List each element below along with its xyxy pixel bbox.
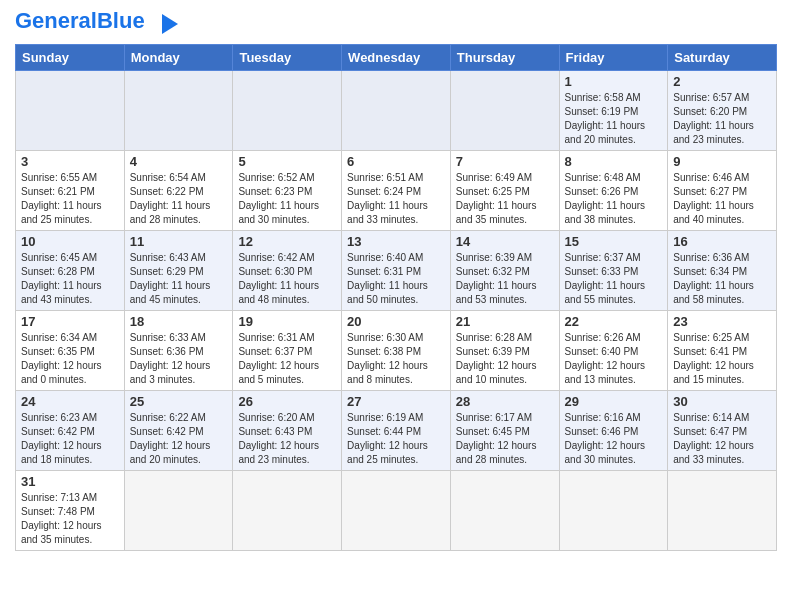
week-row-1: 3Sunrise: 6:55 AMSunset: 6:21 PMDaylight… [16,151,777,231]
day-cell: 2Sunrise: 6:57 AMSunset: 6:20 PMDaylight… [668,71,777,151]
day-number: 14 [456,234,554,249]
day-number: 10 [21,234,119,249]
day-cell: 12Sunrise: 6:42 AMSunset: 6:30 PMDayligh… [233,231,342,311]
day-number: 21 [456,314,554,329]
weekday-monday: Monday [124,45,233,71]
week-row-3: 17Sunrise: 6:34 AMSunset: 6:35 PMDayligh… [16,311,777,391]
day-info: Sunrise: 6:46 AMSunset: 6:27 PMDaylight:… [673,171,771,227]
day-cell [233,71,342,151]
day-info: Sunrise: 6:34 AMSunset: 6:35 PMDaylight:… [21,331,119,387]
week-row-4: 24Sunrise: 6:23 AMSunset: 6:42 PMDayligh… [16,391,777,471]
day-info: Sunrise: 7:13 AMSunset: 7:48 PMDaylight:… [21,491,119,547]
day-number: 22 [565,314,663,329]
weekday-saturday: Saturday [668,45,777,71]
day-cell: 20Sunrise: 6:30 AMSunset: 6:38 PMDayligh… [342,311,451,391]
day-number: 12 [238,234,336,249]
day-cell: 22Sunrise: 6:26 AMSunset: 6:40 PMDayligh… [559,311,668,391]
day-info: Sunrise: 6:52 AMSunset: 6:23 PMDaylight:… [238,171,336,227]
day-info: Sunrise: 6:17 AMSunset: 6:45 PMDaylight:… [456,411,554,467]
day-cell: 28Sunrise: 6:17 AMSunset: 6:45 PMDayligh… [450,391,559,471]
day-number: 29 [565,394,663,409]
day-number: 9 [673,154,771,169]
day-number: 31 [21,474,119,489]
day-info: Sunrise: 6:40 AMSunset: 6:31 PMDaylight:… [347,251,445,307]
logo-icon [154,10,182,38]
day-info: Sunrise: 6:54 AMSunset: 6:22 PMDaylight:… [130,171,228,227]
weekday-sunday: Sunday [16,45,125,71]
day-info: Sunrise: 6:16 AMSunset: 6:46 PMDaylight:… [565,411,663,467]
day-info: Sunrise: 6:14 AMSunset: 6:47 PMDaylight:… [673,411,771,467]
day-number: 20 [347,314,445,329]
day-info: Sunrise: 6:23 AMSunset: 6:42 PMDaylight:… [21,411,119,467]
day-info: Sunrise: 6:20 AMSunset: 6:43 PMDaylight:… [238,411,336,467]
weekday-thursday: Thursday [450,45,559,71]
day-cell: 26Sunrise: 6:20 AMSunset: 6:43 PMDayligh… [233,391,342,471]
day-cell: 1Sunrise: 6:58 AMSunset: 6:19 PMDaylight… [559,71,668,151]
day-info: Sunrise: 6:22 AMSunset: 6:42 PMDaylight:… [130,411,228,467]
svg-marker-0 [162,14,178,34]
day-info: Sunrise: 6:43 AMSunset: 6:29 PMDaylight:… [130,251,228,307]
calendar-table: SundayMondayTuesdayWednesdayThursdayFrid… [15,44,777,551]
day-cell: 21Sunrise: 6:28 AMSunset: 6:39 PMDayligh… [450,311,559,391]
day-cell [450,71,559,151]
day-info: Sunrise: 6:31 AMSunset: 6:37 PMDaylight:… [238,331,336,387]
day-number: 15 [565,234,663,249]
day-cell [16,71,125,151]
day-cell [450,471,559,551]
day-cell: 30Sunrise: 6:14 AMSunset: 6:47 PMDayligh… [668,391,777,471]
day-info: Sunrise: 6:30 AMSunset: 6:38 PMDaylight:… [347,331,445,387]
day-number: 6 [347,154,445,169]
week-row-5: 31Sunrise: 7:13 AMSunset: 7:48 PMDayligh… [16,471,777,551]
day-number: 3 [21,154,119,169]
day-cell: 10Sunrise: 6:45 AMSunset: 6:28 PMDayligh… [16,231,125,311]
day-info: Sunrise: 6:19 AMSunset: 6:44 PMDaylight:… [347,411,445,467]
day-number: 11 [130,234,228,249]
day-info: Sunrise: 6:55 AMSunset: 6:21 PMDaylight:… [21,171,119,227]
day-cell: 25Sunrise: 6:22 AMSunset: 6:42 PMDayligh… [124,391,233,471]
day-info: Sunrise: 6:49 AMSunset: 6:25 PMDaylight:… [456,171,554,227]
day-info: Sunrise: 6:57 AMSunset: 6:20 PMDaylight:… [673,91,771,147]
day-info: Sunrise: 6:58 AMSunset: 6:19 PMDaylight:… [565,91,663,147]
day-number: 4 [130,154,228,169]
day-cell: 9Sunrise: 6:46 AMSunset: 6:27 PMDaylight… [668,151,777,231]
page: GeneralBlue SundayMondayTuesdayWednesday… [0,0,792,561]
day-number: 27 [347,394,445,409]
week-row-2: 10Sunrise: 6:45 AMSunset: 6:28 PMDayligh… [16,231,777,311]
day-number: 23 [673,314,771,329]
day-number: 8 [565,154,663,169]
day-number: 2 [673,74,771,89]
day-info: Sunrise: 6:37 AMSunset: 6:33 PMDaylight:… [565,251,663,307]
day-cell: 3Sunrise: 6:55 AMSunset: 6:21 PMDaylight… [16,151,125,231]
day-cell: 29Sunrise: 6:16 AMSunset: 6:46 PMDayligh… [559,391,668,471]
day-cell: 27Sunrise: 6:19 AMSunset: 6:44 PMDayligh… [342,391,451,471]
day-cell: 16Sunrise: 6:36 AMSunset: 6:34 PMDayligh… [668,231,777,311]
day-number: 25 [130,394,228,409]
weekday-header-row: SundayMondayTuesdayWednesdayThursdayFrid… [16,45,777,71]
day-cell: 23Sunrise: 6:25 AMSunset: 6:41 PMDayligh… [668,311,777,391]
day-info: Sunrise: 6:48 AMSunset: 6:26 PMDaylight:… [565,171,663,227]
day-info: Sunrise: 6:33 AMSunset: 6:36 PMDaylight:… [130,331,228,387]
day-cell: 5Sunrise: 6:52 AMSunset: 6:23 PMDaylight… [233,151,342,231]
day-info: Sunrise: 6:42 AMSunset: 6:30 PMDaylight:… [238,251,336,307]
day-number: 28 [456,394,554,409]
logo: GeneralBlue [15,10,182,38]
day-cell [233,471,342,551]
day-cell: 11Sunrise: 6:43 AMSunset: 6:29 PMDayligh… [124,231,233,311]
day-info: Sunrise: 6:39 AMSunset: 6:32 PMDaylight:… [456,251,554,307]
logo-general: General [15,8,97,33]
day-cell: 14Sunrise: 6:39 AMSunset: 6:32 PMDayligh… [450,231,559,311]
logo-text: GeneralBlue [15,8,151,33]
day-number: 16 [673,234,771,249]
weekday-tuesday: Tuesday [233,45,342,71]
day-number: 5 [238,154,336,169]
day-number: 18 [130,314,228,329]
day-cell: 17Sunrise: 6:34 AMSunset: 6:35 PMDayligh… [16,311,125,391]
week-row-0: 1Sunrise: 6:58 AMSunset: 6:19 PMDaylight… [16,71,777,151]
logo-text-block: GeneralBlue [15,10,182,38]
day-cell [668,471,777,551]
header: GeneralBlue [15,10,777,38]
day-cell: 4Sunrise: 6:54 AMSunset: 6:22 PMDaylight… [124,151,233,231]
day-info: Sunrise: 6:45 AMSunset: 6:28 PMDaylight:… [21,251,119,307]
day-number: 13 [347,234,445,249]
weekday-wednesday: Wednesday [342,45,451,71]
